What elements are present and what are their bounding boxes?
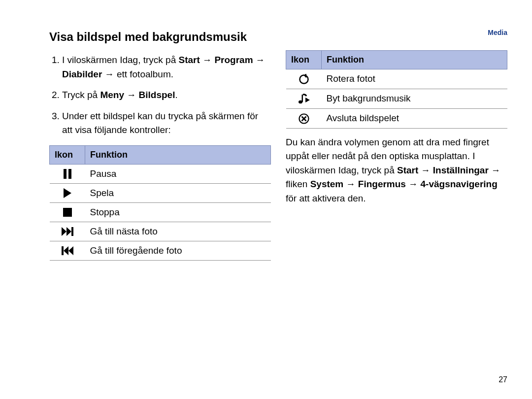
table-row: Avsluta bildspelet [286,108,507,128]
volume-paragraph: Du kan ändra volymen genom att dra med f… [286,135,507,206]
function-label: Gå till nästa foto [85,222,271,241]
pause-icon [63,169,72,179]
th-ikon: Ikon [50,145,85,164]
svg-point-10 [299,75,308,83]
right-column: Ikon Funktion Rotera fotot Byt bakgrunds… [286,30,507,261]
th-funktion: Funktion [322,51,507,69]
close-icon [299,113,309,124]
svg-marker-4 [62,227,66,236]
stop-icon [63,208,72,217]
table-row: Gå till föregående foto [50,241,271,260]
svg-marker-5 [66,227,71,236]
function-label: Avsluta bildspelet [322,108,507,128]
th-funktion: Funktion [85,145,271,164]
svg-rect-0 [64,169,66,179]
table-row: Byt bakgrundsmusik [286,89,507,108]
next-icon [62,227,73,236]
function-label: Spela [85,183,271,202]
function-label: Pausa [85,164,271,183]
header-section-label: Media [488,29,507,36]
function-label: Gå till föregående foto [85,241,271,260]
section-title: Visa bildspel med bakgrundsmusik [49,30,271,44]
prev-icon [62,246,73,255]
instruction-steps: I viloskärmen Idag, tryck på Start → Pro… [49,53,271,137]
controls-table-left: Ikon Funktion Pausa Spela [49,145,271,261]
svg-marker-14 [305,98,310,102]
controls-table-right: Ikon Funktion Rotera fotot Byt bakgrunds… [286,50,507,129]
step-2: Tryck på Meny → Bildspel. [62,88,271,102]
play-icon [63,188,72,198]
table-row: Pausa [50,164,271,183]
function-label: Stoppa [85,202,271,222]
table-row: Gå till nästa foto [50,222,271,241]
rotate-icon [299,74,309,85]
svg-marker-2 [64,188,71,198]
function-label: Rotera fotot [322,69,507,89]
step-1: I viloskärmen Idag, tryck på Start → Pro… [62,53,271,81]
svg-rect-6 [71,227,73,236]
table-row: Spela [50,183,271,202]
svg-rect-13 [301,95,303,102]
svg-rect-1 [68,169,71,179]
table-row: Stoppa [50,202,271,222]
step-3: Under ett bildspel kan du trycka på skär… [62,109,271,137]
function-label: Byt bakgrundsmusik [322,89,507,108]
svg-rect-3 [63,208,72,217]
svg-marker-11 [304,74,306,78]
svg-marker-8 [64,246,68,255]
page-number: 27 [499,375,507,384]
table-row: Rotera fotot [286,69,507,89]
svg-rect-7 [62,246,64,255]
svg-marker-9 [68,246,73,255]
page-content: Visa bildspel med bakgrundsmusik I vilos… [0,0,532,280]
left-column: Visa bildspel med bakgrundsmusik I vilos… [49,30,271,261]
th-ikon: Ikon [286,51,322,69]
music-icon [298,94,310,104]
